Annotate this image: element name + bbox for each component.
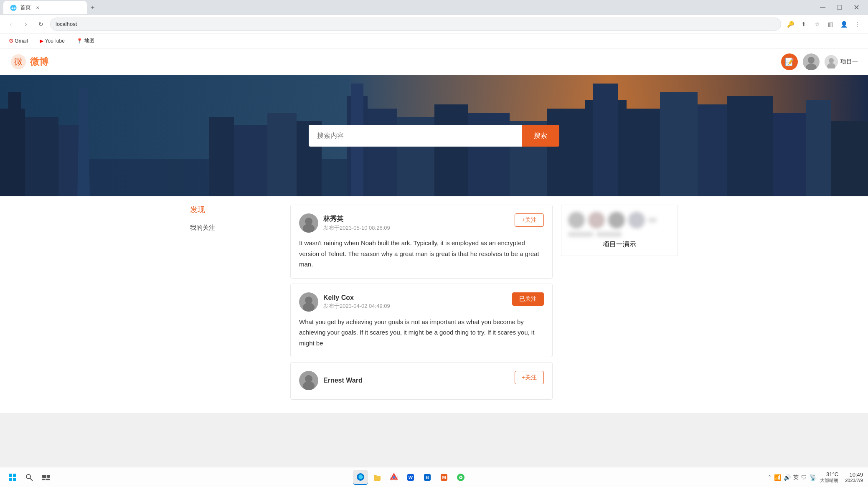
post-meta-1: Kelly Cox 发布于2023-04-02 04:49:09 <box>323 294 390 310</box>
right-card: 项目一演示 <box>561 205 678 256</box>
menu-icon[interactable]: ⋮ <box>851 18 863 30</box>
svg-text:♻: ♻ <box>459 475 463 480</box>
search-icon <box>25 473 33 482</box>
reload-button[interactable]: ↻ <box>35 18 47 30</box>
search-button[interactable]: 搜索 <box>522 125 559 147</box>
app3-icon: M <box>440 473 448 482</box>
taskbar-explorer[interactable] <box>370 470 385 485</box>
address-text: localhost <box>56 21 77 27</box>
ime-icon[interactable]: 英 <box>793 474 799 481</box>
svg-text:微: 微 <box>14 57 23 66</box>
hero-banner: 搜索 <box>0 75 868 196</box>
back-button[interactable]: ‹ <box>5 18 17 30</box>
svg-rect-19 <box>698 104 727 196</box>
taskbar-app3[interactable]: M <box>437 470 452 485</box>
taskbar-app1[interactable]: W <box>403 470 418 485</box>
svg-rect-17 <box>627 109 660 196</box>
notification-button[interactable]: 📝 <box>781 53 798 70</box>
taskbar-weather[interactable]: 31°C 大部晴朗 <box>820 471 838 484</box>
svg-rect-16 <box>593 84 618 196</box>
post-card-1: Kelly Cox 发布于2023-04-02 04:49:09 已关注 Wha… <box>290 284 553 358</box>
right-demo-label: 项目一演示 <box>568 240 671 249</box>
taskbar-app2[interactable]: B <box>420 470 435 485</box>
taskbar-search[interactable] <box>22 470 37 485</box>
page-content: 微 微博 📝 <box>0 48 868 413</box>
app1-icon: W <box>406 473 415 482</box>
browser-titlebar: 🌐 首页 ✕ + ─ □ ✕ <box>0 0 868 15</box>
svg-point-38 <box>303 224 315 233</box>
new-tab-button[interactable]: + <box>87 2 99 13</box>
svg-rect-12 <box>25 117 58 196</box>
svg-rect-53 <box>42 479 45 480</box>
search-input[interactable] <box>309 125 522 147</box>
header-user[interactable]: 项目一 <box>825 55 858 68</box>
svg-rect-13 <box>58 125 79 196</box>
sidebar-left: 发现 我的关注 <box>190 205 282 405</box>
youtube-favicon: ▶ <box>40 38 43 44</box>
svg-point-6 <box>829 58 834 63</box>
taskbar-chrome[interactable] <box>386 470 401 485</box>
weibo-logo-icon: 微 <box>10 53 27 70</box>
network-icon[interactable]: 📶 <box>774 474 781 481</box>
follow-button-0[interactable]: +关注 <box>515 213 544 227</box>
window-maximize[interactable]: □ <box>832 3 847 12</box>
bookmark-maps[interactable]: 📍 地图 <box>74 36 97 46</box>
svg-rect-47 <box>9 478 12 481</box>
folder-icon <box>373 473 381 482</box>
tab-close-button[interactable]: ✕ <box>34 4 41 11</box>
wifi-icon[interactable]: 📡 <box>810 474 817 481</box>
svg-rect-52 <box>47 475 50 478</box>
sidebar-toggle-icon[interactable]: ▥ <box>825 18 836 30</box>
taskbar-clock[interactable]: 10:49 2023/7/9 <box>845 472 863 483</box>
svg-rect-18 <box>660 92 698 196</box>
header-user-avatar <box>825 55 838 68</box>
taskbar-left <box>5 470 53 485</box>
post-header-1: Kelly Cox 发布于2023-04-02 04:49:09 已关注 <box>299 292 544 312</box>
svg-rect-20 <box>727 96 773 196</box>
address-bar[interactable]: localhost <box>50 18 781 31</box>
volume-icon[interactable]: 🔊 <box>784 474 791 481</box>
post-header-0: 林秀英 发布于2023-05-10 08:26:09 +关注 <box>299 213 544 233</box>
right-bottom-row <box>568 232 671 237</box>
task-view-icon <box>42 473 50 482</box>
window-close[interactable]: ✕ <box>848 3 865 12</box>
taskbar-app4[interactable]: ♻ <box>453 470 468 485</box>
taskbar-browser[interactable] <box>353 470 368 485</box>
taskbar-right: ⌃ 📶 🔊 英 🛡 📡 31°C 大部晴朗 10:49 2023/7/9 <box>768 471 863 484</box>
post-text-0: It wasn't raining when Noah built the ar… <box>299 238 544 270</box>
profile-icon[interactable]: 👤 <box>838 18 850 30</box>
svg-text:M: M <box>442 475 446 480</box>
tray-arrow[interactable]: ⌃ <box>768 474 772 480</box>
start-button[interactable] <box>5 470 20 485</box>
weibo-header: 微 微博 📝 <box>0 48 868 75</box>
tab-favicon: 🌐 <box>10 5 17 11</box>
password-icon[interactable]: 🔑 <box>784 18 796 30</box>
share-icon[interactable]: ⬆ <box>798 18 810 30</box>
tab-title: 首页 <box>20 4 31 11</box>
follow-button-1[interactable]: 已关注 <box>512 292 544 306</box>
forward-button[interactable]: › <box>20 18 32 30</box>
right-user-section <box>568 212 671 228</box>
post-date-0: 发布于2023-05-10 08:26:09 <box>323 224 390 232</box>
notification-icon: 📝 <box>785 57 794 66</box>
taskbar-view[interactable] <box>38 470 53 485</box>
bookmark-gmail[interactable]: G Gmail <box>7 36 30 46</box>
bookmark-youtube[interactable]: ▶ YouTube <box>37 36 67 46</box>
taskbar-center: W B M ♻ <box>353 470 468 485</box>
gmail-favicon: G <box>9 38 13 44</box>
window-minimize[interactable]: ─ <box>815 3 830 12</box>
svg-point-44 <box>303 381 315 390</box>
sidebar-following-item[interactable]: 我的关注 <box>190 221 282 234</box>
svg-rect-26 <box>209 117 234 196</box>
svg-rect-48 <box>13 478 16 481</box>
right-card-blurred-content <box>568 212 671 237</box>
antivirus-icon[interactable]: 🛡 <box>801 474 807 481</box>
header-avatar[interactable] <box>803 53 820 70</box>
bookmark-icon[interactable]: ☆ <box>811 18 823 30</box>
svg-point-3 <box>808 57 815 63</box>
post-author-name-0: 林秀英 <box>323 215 390 223</box>
follow-button-2[interactable]: +关注 <box>515 371 544 384</box>
active-tab[interactable]: 🌐 首页 ✕ <box>3 1 87 14</box>
browser-chrome: 🌐 首页 ✕ + ─ □ ✕ ‹ › ↻ localhost 🔑 ⬆ ☆ ▥ 👤… <box>0 0 868 48</box>
post-card-2: Ernest Ward +关注 <box>290 362 553 400</box>
